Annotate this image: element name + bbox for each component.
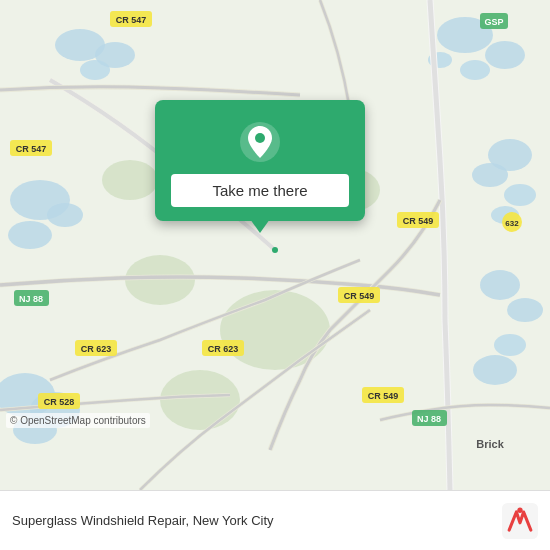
osm-text: © OpenStreetMap contributors — [10, 415, 146, 426]
svg-point-56 — [517, 507, 522, 512]
svg-text:Brick: Brick — [476, 438, 504, 450]
svg-text:632: 632 — [505, 219, 519, 228]
svg-text:CR 547: CR 547 — [16, 144, 47, 154]
svg-point-12 — [473, 355, 517, 385]
svg-text:NJ 88: NJ 88 — [417, 414, 441, 424]
take-me-there-button[interactable]: Take me there — [171, 174, 349, 207]
svg-text:GSP: GSP — [484, 17, 503, 27]
bottom-bar: Superglass Windshield Repair, New York C… — [0, 490, 550, 550]
svg-text:CR 549: CR 549 — [368, 391, 399, 401]
svg-point-18 — [8, 221, 52, 249]
svg-point-10 — [507, 298, 543, 322]
osm-attribution: © OpenStreetMap contributors — [6, 413, 150, 428]
svg-point-26 — [102, 160, 158, 200]
svg-text:CR 623: CR 623 — [208, 344, 239, 354]
svg-text:CR 547: CR 547 — [116, 15, 147, 25]
svg-point-6 — [472, 163, 508, 187]
svg-point-52 — [272, 247, 278, 253]
moovit-logo — [502, 503, 538, 539]
svg-text:NJ 88: NJ 88 — [19, 294, 43, 304]
svg-text:CR 549: CR 549 — [344, 291, 375, 301]
svg-point-3 — [460, 60, 490, 80]
popup-card: Take me there — [155, 100, 365, 221]
svg-point-7 — [504, 184, 536, 206]
svg-point-54 — [255, 133, 265, 143]
svg-point-2 — [485, 41, 525, 69]
location-pin-icon — [238, 120, 282, 164]
svg-point-11 — [494, 334, 526, 356]
map-container: CR 547 GSP CR 547 NJ 88 CR 623 CR 528 CR… — [0, 0, 550, 490]
svg-text:CR 549: CR 549 — [403, 216, 434, 226]
svg-text:CR 528: CR 528 — [44, 397, 75, 407]
svg-point-17 — [47, 203, 83, 227]
moovit-icon — [502, 503, 538, 539]
svg-point-23 — [160, 370, 240, 430]
svg-point-15 — [80, 60, 110, 80]
location-text: Superglass Windshield Repair, New York C… — [12, 513, 492, 528]
svg-point-9 — [480, 270, 520, 300]
svg-text:CR 623: CR 623 — [81, 344, 112, 354]
